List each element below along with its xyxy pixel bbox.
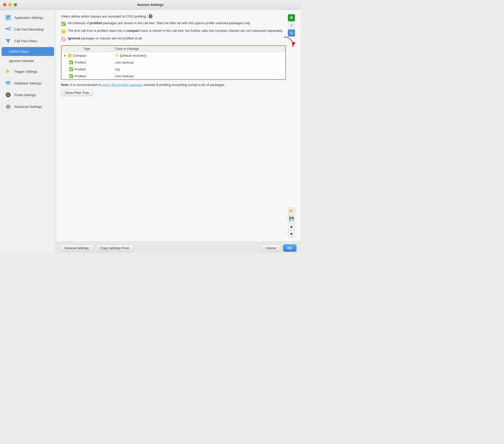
- class-value: com.meituan: [112, 73, 285, 79]
- filter-icon: [5, 38, 11, 44]
- content-main: Filters define which classes are recorde…: [61, 14, 286, 239]
- close-button[interactable]: [3, 3, 6, 6]
- titlebar: Session Settings: [0, 0, 301, 10]
- header-text: Filters define which classes are recorde…: [61, 14, 147, 18]
- sidebar-item-advanced-settings[interactable]: Advanced Settings: [2, 101, 54, 112]
- open-folder-button[interactable]: 📂: [288, 208, 295, 215]
- svg-rect-5: [9, 27, 11, 28]
- add-filter-button[interactable]: +: [288, 14, 295, 21]
- gear-icon: [5, 103, 11, 110]
- row-expander-icon[interactable]: ▶: [64, 54, 66, 57]
- sidebar-item-define-filters[interactable]: Define Filters: [2, 47, 54, 56]
- sidebar-item-label: Application Settings: [14, 16, 43, 20]
- sidebar-item-label: Database Settings: [14, 81, 41, 85]
- sidebar-item-label: Trigger Settings: [14, 70, 37, 73]
- svg-rect-4: [6, 28, 8, 29]
- col-class-header: Class or Package: [112, 46, 285, 52]
- class-value: com.sankuai: [112, 59, 285, 66]
- maximize-button[interactable]: [14, 3, 17, 6]
- profiled-icon: ✅: [69, 60, 73, 64]
- type-label: Profiled: [75, 61, 86, 64]
- tree-record-icon: [5, 26, 11, 32]
- right-panel: + ✕ ↻ 📂 💾 ▲ ▼: [288, 14, 295, 239]
- db-icon: [5, 80, 11, 86]
- svg-rect-6: [9, 29, 11, 30]
- show-filter-tree-button[interactable]: Show Filter Tree: [61, 89, 93, 96]
- filter-table-wrapper: Type Class or Package ▶ 🟡 Compact: [61, 45, 286, 80]
- sidebar-item-label: Define Filters: [9, 50, 29, 53]
- svg-rect-11: [6, 81, 10, 82]
- window-title: Session Settings: [137, 3, 164, 7]
- sidebar-item-label: Call Tree Filters: [14, 39, 37, 43]
- bullet-text-compact: The first call from a profiled class int…: [68, 28, 283, 33]
- class-value: org: [112, 66, 285, 73]
- header-info: Filters define which classes are recorde…: [61, 14, 286, 18]
- copy-settings-from-button[interactable]: Copy Settings From: [96, 244, 134, 252]
- note-link[interactable]: select the profiled packages: [102, 83, 143, 87]
- remove-filter-button[interactable]: ✕: [288, 22, 295, 29]
- sidebar-item-call-tree-filters[interactable]: Call Tree Filters: [2, 35, 54, 47]
- note-text-before: Note: It is recommended to: [61, 83, 102, 87]
- class-value: 📁[Default excludes]: [112, 52, 285, 59]
- move-up-button[interactable]: ▲: [288, 223, 295, 230]
- move-down-button[interactable]: ▼: [288, 230, 295, 238]
- svg-point-18: [7, 106, 9, 107]
- side-toolbar-bottom: 📂 💾 ▲ ▼: [288, 101, 295, 239]
- no-entry-icon: 🚫: [61, 36, 66, 42]
- sidebar-item-label: Ignored methods: [9, 59, 34, 63]
- bullet-item-compact: 🟡 The first call from a profiled class i…: [61, 28, 286, 34]
- general-settings-button[interactable]: General Settings: [60, 244, 93, 252]
- sidebar-item-label: Call Tree Recording: [14, 27, 43, 31]
- sidebar-item-database-settings[interactable]: Database Settings: [2, 78, 54, 89]
- svg-rect-2: [6, 17, 10, 18]
- compact-icon: 🟡: [67, 53, 72, 57]
- svg-point-16: [8, 94, 9, 95]
- type-label: Profiled: [75, 67, 86, 71]
- note-section: Note: It is recommended to select the pr…: [61, 83, 286, 87]
- sidebar-item-ignored-methods[interactable]: Ignored methods: [2, 56, 54, 65]
- trigger-icon: [5, 68, 11, 75]
- sidebar-item-label: Probe Settings: [14, 93, 36, 97]
- save-button[interactable]: 💾: [288, 215, 295, 222]
- sidebar-item-probe-settings[interactable]: Probe Settings: [2, 89, 54, 100]
- svg-line-8: [8, 29, 9, 30]
- minimize-button[interactable]: [8, 3, 12, 6]
- type-label: Compact: [73, 54, 86, 57]
- note-text-after: instead of profiling everything except a…: [144, 83, 225, 87]
- bullet-text-profiled: All methods of profiled packages are sho…: [68, 21, 251, 25]
- sidebar-item-call-tree-recording[interactable]: Call Tree Recording: [2, 24, 54, 35]
- table-row[interactable]: ▶ 🟡 Compact 📁[Default excludes]: [62, 52, 285, 59]
- bullet-text-ignored: Ignored packages or classes are not prof…: [68, 36, 143, 41]
- svg-marker-10: [6, 69, 10, 73]
- sidebar: Application Settings Call Tree Recording: [0, 10, 56, 254]
- profiled-icon: ✅: [69, 67, 73, 71]
- probe-icon: [5, 92, 11, 98]
- svg-rect-1: [6, 16, 10, 17]
- table-row[interactable]: ✅ Profiled com.sankuai: [62, 59, 285, 66]
- bullet-list: ✅ All methods of profiled packages are s…: [61, 21, 286, 42]
- col-type-header: Type: [62, 46, 112, 52]
- help-icon[interactable]: ?: [149, 14, 153, 18]
- yellow-circle-icon: 🟡: [61, 29, 66, 34]
- svg-line-7: [8, 28, 9, 29]
- profiled-icon: ✅: [69, 74, 73, 78]
- svg-rect-3: [6, 18, 9, 19]
- ok-button[interactable]: OK: [283, 244, 297, 252]
- refresh-filter-button[interactable]: ↻: [288, 29, 295, 37]
- svg-rect-12: [6, 83, 10, 84]
- sidebar-item-trigger-settings[interactable]: Trigger Settings: [2, 66, 54, 77]
- window-controls: [3, 3, 17, 6]
- type-label: Profiled: [75, 74, 86, 78]
- sidebar-item-application-settings[interactable]: Application Settings: [2, 12, 54, 23]
- main-layout: Application Settings Call Tree Recording: [0, 10, 301, 254]
- bottom-bar: General Settings Copy Settings From Canc…: [56, 242, 301, 254]
- svg-rect-13: [6, 84, 10, 85]
- table-row[interactable]: ✅ Profiled org: [62, 66, 285, 73]
- side-toolbar-top: + ✕ ↻: [288, 14, 295, 37]
- table-row[interactable]: ✅ Profiled com.meituan: [62, 73, 285, 79]
- green-check-icon: ✅: [61, 21, 66, 26]
- sidebar-item-label: Advanced Settings: [14, 105, 42, 109]
- content-inner: Filters define which classes are recorde…: [56, 10, 301, 242]
- cancel-button[interactable]: Cancel: [261, 244, 280, 252]
- content-area: Filters define which classes are recorde…: [56, 10, 301, 254]
